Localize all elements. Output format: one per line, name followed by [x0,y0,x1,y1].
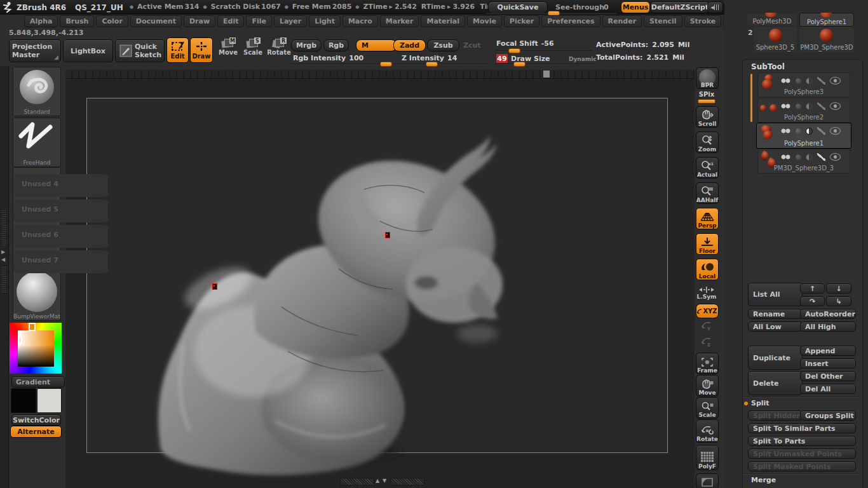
menu-stroke[interactable]: Stroke [684,15,722,27]
merge-section-header[interactable]: Merge [751,476,776,484]
tool-slot-polymesh3d[interactable]: PolyMesh3D [747,14,797,25]
menus-button[interactable]: Menus [621,1,650,13]
divider-handle[interactable] [543,71,550,78]
tool-slot-sphere3d5[interactable]: Sphere3D_5 [754,27,797,52]
sculpt-brush-icon[interactable] [817,153,825,161]
aahalf-button[interactable]: AAHalf [696,182,719,204]
visibility-eye-icon[interactable] [830,102,841,110]
subtool-up-button[interactable]: ↑ [800,283,825,294]
quick-sketch-button[interactable]: Quick Sketch [115,39,165,62]
z-intensity-slider[interactable] [426,62,438,67]
menu-edit[interactable]: Edit [217,15,244,27]
zcut-button[interactable]: Zcut [463,41,481,50]
displacement-icon[interactable] [806,128,813,135]
hue-selector[interactable] [29,323,36,331]
menu-color[interactable]: Color [96,15,128,27]
split-to-parts-button[interactable]: Split To Parts [748,436,856,446]
collapse-left-icon[interactable]: ◀ [1,257,5,262]
menu-light[interactable]: Light [309,15,341,27]
rotate-y-button[interactable]: Y [696,320,717,332]
rgb-intensity-slider[interactable] [380,62,392,67]
append-button[interactable]: Append [800,346,856,356]
m-button[interactable]: M [356,39,397,51]
menu-alpha[interactable]: Alpha [24,15,58,27]
quicksave-button[interactable]: QuickSave [488,1,548,13]
subtool-thumbnail[interactable] [760,125,776,141]
rgb-button[interactable]: Rgb [323,39,349,51]
visibility-eye-icon[interactable] [830,127,841,135]
subtool-row-unused7[interactable]: Unused 7 [14,250,108,273]
shelf-scale-button[interactable]: Scale [696,397,719,419]
gradient-button[interactable]: Gradient [11,376,65,388]
menu-draw[interactable]: Draw [184,15,215,27]
draw-size-slider[interactable] [513,62,526,67]
polypaint-icon[interactable] [781,154,791,159]
lightbox-button[interactable]: LightBox [63,39,113,62]
sv-selector[interactable] [18,336,22,344]
rotate-z-button[interactable]: Z [696,336,717,348]
subtool-thumbnail[interactable] [759,102,778,115]
zadd-button[interactable]: Zadd [393,39,426,51]
xyz-button[interactable]: XYZ [696,304,719,318]
sculpt-brush-icon[interactable] [817,127,825,135]
uv-icon[interactable] [796,128,801,134]
local-button[interactable]: Local [696,259,719,280]
default-zscript-button[interactable]: DefaultZScript [650,1,710,13]
bottom-divider-grip[interactable] [340,478,374,485]
polypaint-icon[interactable] [781,78,791,83]
menu-file[interactable]: File [246,15,272,27]
rename-button[interactable]: Rename [748,309,803,319]
floor-button[interactable]: Floor [696,233,719,255]
polypaint-icon[interactable] [781,104,791,109]
frame-button[interactable]: Frame [696,353,719,374]
subtool-row-polysphere1-selected[interactable]: PolySphere1 [756,123,851,149]
actual-button[interactable]: x1 Actual [696,157,719,179]
bpr-button[interactable]: BPR [696,67,719,89]
dynamic-mode-label[interactable]: Dynamic [569,56,597,62]
split-section-header[interactable]: Split [751,399,770,407]
sculpt-model[interactable] [65,78,695,488]
insert-button[interactable]: Insert [800,358,856,369]
grip-texture[interactable] [1,210,6,245]
shelf-move-button[interactable]: Move [696,375,719,396]
groups-split-button[interactable]: Groups Split [800,410,856,421]
split-unmasked-button[interactable]: Split Unmasked Points [748,449,856,459]
uv-icon[interactable] [796,78,801,84]
projection-master-button[interactable]: Projection Master [9,39,61,62]
mrgb-button[interactable]: Mrgb [291,39,322,51]
menu-marker[interactable]: Marker [380,15,419,27]
persp-button[interactable]: Persp [696,208,719,229]
sculpt-brush-icon[interactable] [817,102,825,110]
displacement-icon[interactable] [806,154,813,161]
move-button[interactable]: M Move [217,37,239,62]
visibility-eye-icon[interactable] [830,77,841,85]
subtool-down-button[interactable]: ↓ [826,283,851,294]
zoom-button[interactable]: Zoom [696,132,719,153]
scroll-button[interactable]: Scroll [696,106,719,128]
uv-icon[interactable] [796,104,801,109]
current-brush-thumbnail[interactable]: Standard [13,67,61,116]
grip-texture[interactable] [1,267,6,292]
del-all-button[interactable]: Del All [800,384,856,394]
menu-document[interactable]: Document [130,15,182,27]
all-high-button[interactable]: All High [800,322,856,332]
current-stroke-thumbnail[interactable]: FreeHand [13,118,61,167]
main-color-swatch[interactable] [11,388,36,413]
menu-render[interactable]: Render [602,15,642,27]
color-picker[interactable] [10,323,62,374]
split-masked-button[interactable]: Split Masked Points [748,461,856,471]
expand-right-icon[interactable]: ▶ [1,249,5,255]
split-hidden-button[interactable]: Split Hidden [748,410,803,421]
subtool-extract-button[interactable]: ↷ [800,296,825,306]
bottom-divider-grip[interactable] [390,478,424,485]
subtool-row-pm3d-sphere3d3[interactable]: PM3D_Sphere3D_3 [757,149,850,173]
split-similar-button[interactable]: Split To Similar Parts [748,423,856,433]
spix-slider[interactable]: SPix [696,91,717,104]
divider-down-icon[interactable]: ▼ [383,478,386,484]
subtool-row-polysphere2[interactable]: PolySphere2 [757,98,850,123]
current-material-thumbnail[interactable]: BumpViewerMate [13,269,61,321]
visibility-eye-icon[interactable] [830,153,841,161]
menu-stencil[interactable]: Stencil [644,15,682,27]
del-other-button[interactable]: Del Other [800,371,856,381]
shrink-left-button[interactable]: ◀ [707,1,723,13]
